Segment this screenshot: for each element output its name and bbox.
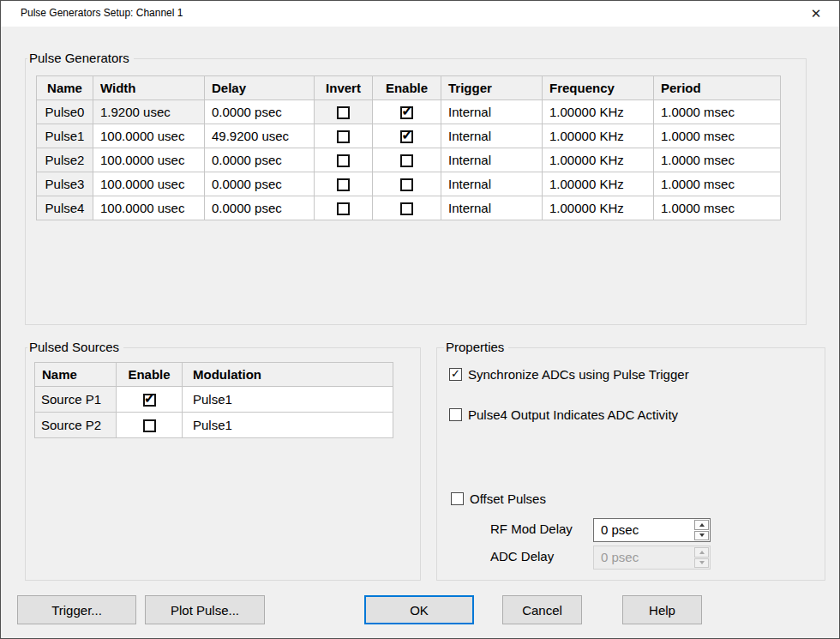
trigger-cell[interactable]: Internal <box>441 100 543 124</box>
pulsed-sources-table: Name Enable Modulation Source P1 Pulse1 … <box>34 362 393 438</box>
frequency-cell[interactable]: 1.00000 KHz <box>543 100 654 124</box>
spinner-buttons <box>693 546 710 569</box>
width-cell[interactable]: 100.0000 usec <box>93 148 205 172</box>
table-header-row: Name Enable Modulation <box>35 363 393 387</box>
name-cell: Pulse4 <box>37 196 93 220</box>
ok-button[interactable]: OK <box>364 595 474 624</box>
delay-cell[interactable]: 0.0000 psec <box>205 148 315 172</box>
pulse-generators-label: Pulse Generators <box>27 51 134 65</box>
frequency-cell[interactable]: 1.00000 KHz <box>543 148 654 172</box>
period-cell[interactable]: 1.0000 msec <box>654 124 781 148</box>
trigger-cell[interactable]: Internal <box>441 172 543 196</box>
properties-group: Properties Synchronize ADCs using Pulse … <box>436 347 825 581</box>
invert-cell <box>315 172 373 196</box>
delay-cell[interactable]: 0.0000 psec <box>205 196 315 220</box>
enable-cell <box>117 413 183 438</box>
spinner-up-button[interactable] <box>694 520 709 530</box>
invert-checkbox[interactable] <box>337 106 350 119</box>
offset-pulses-label: Offset Pulses <box>470 491 546 506</box>
offset-pulses-checkbox[interactable] <box>451 492 464 505</box>
invert-cell <box>315 148 373 172</box>
pulse4-output-checkbox[interactable] <box>449 408 462 421</box>
spinner-down-icon <box>699 561 705 564</box>
col-header-name: Name <box>35 363 117 387</box>
table-row-source-p1: Source P1 Pulse1 <box>35 387 393 413</box>
plot-pulse-button[interactable]: Plot Pulse... <box>145 595 265 624</box>
properties-label: Properties <box>444 340 508 354</box>
period-cell[interactable]: 1.0000 msec <box>654 100 781 124</box>
cancel-button[interactable]: Cancel <box>502 595 582 624</box>
rf-mod-delay-label: RF Mod Delay <box>490 521 573 536</box>
spinner-down-icon <box>699 534 705 537</box>
invert-checkbox[interactable] <box>337 130 350 143</box>
col-header-trigger: Trigger <box>441 76 543 100</box>
table-row-pulse4: Pulse4 100.0000 usec 0.0000 psec Interna… <box>37 196 781 220</box>
rf-mod-delay-spinner[interactable]: 0 psec <box>593 518 711 542</box>
pulsed-sources-label: Pulsed Sources <box>27 340 123 354</box>
spinner-down-button[interactable] <box>694 531 709 541</box>
table-row-pulse1: Pulse1 100.0000 usec 49.9200 usec Intern… <box>37 124 781 148</box>
invert-checkbox[interactable] <box>337 202 350 215</box>
period-cell[interactable]: 1.0000 msec <box>654 148 781 172</box>
delay-cell[interactable]: 0.0000 psec <box>205 172 315 196</box>
enable-checkbox[interactable] <box>400 202 413 215</box>
invert-checkbox[interactable] <box>337 154 350 167</box>
enable-checkbox[interactable] <box>400 106 413 119</box>
trigger-cell[interactable]: Internal <box>441 124 543 148</box>
spinner-up-icon <box>699 551 705 554</box>
trigger-button[interactable]: Trigger... <box>17 595 136 624</box>
col-header-modulation: Modulation <box>183 363 393 387</box>
spinner-up-button <box>694 547 709 558</box>
modulation-cell[interactable]: Pulse1 <box>183 387 393 413</box>
pulse-generators-setup-dialog: Pulse Generators Setup: Channel 1 ✕ Puls… <box>0 0 840 639</box>
invert-checkbox[interactable] <box>337 178 350 191</box>
col-header-enable: Enable <box>117 363 183 387</box>
trigger-cell[interactable]: Internal <box>441 148 543 172</box>
width-cell[interactable]: 1.9200 usec <box>93 100 205 124</box>
spinner-up-icon <box>699 523 705 527</box>
col-header-width: Width <box>93 76 205 100</box>
delay-cell[interactable]: 49.9200 usec <box>205 124 315 148</box>
period-cell[interactable]: 1.0000 msec <box>654 196 781 220</box>
enable-cell <box>117 387 183 413</box>
enable-checkbox[interactable] <box>143 419 156 432</box>
close-icon[interactable]: ✕ <box>798 1 834 27</box>
help-button[interactable]: Help <box>622 595 702 624</box>
pulse-generators-table: Name Width Delay Invert Enable Trigger F… <box>36 75 781 220</box>
trigger-cell[interactable]: Internal <box>441 196 543 220</box>
period-cell[interactable]: 1.0000 msec <box>654 172 781 196</box>
enable-checkbox[interactable] <box>400 130 413 143</box>
width-cell[interactable]: 100.0000 usec <box>93 196 205 220</box>
width-cell[interactable]: 100.0000 usec <box>93 172 205 196</box>
name-cell: Pulse3 <box>37 172 93 196</box>
delay-cell[interactable]: 0.0000 psec <box>205 100 315 124</box>
col-header-delay: Delay <box>205 76 315 100</box>
col-header-name: Name <box>37 76 93 100</box>
name-cell: Pulse1 <box>37 124 93 148</box>
pulse4-output-label: Pulse4 Output Indicates ADC Activity <box>468 407 678 422</box>
col-header-invert: Invert <box>315 76 373 100</box>
spinner-buttons <box>693 519 710 541</box>
name-cell: Source P1 <box>35 387 117 413</box>
titlebar: Pulse Generators Setup: Channel 1 ✕ <box>1 1 839 27</box>
sync-adcs-row: Synchronize ADCs using Pulse Trigger <box>449 367 689 382</box>
adc-delay-spinner: 0 psec <box>593 546 711 570</box>
enable-checkbox[interactable] <box>400 178 413 191</box>
enable-checkbox[interactable] <box>143 394 156 407</box>
enable-cell <box>373 196 441 220</box>
spinner-down-button <box>694 558 709 569</box>
adc-delay-value: 0 psec <box>594 546 693 569</box>
col-header-frequency: Frequency <box>543 76 654 100</box>
frequency-cell[interactable]: 1.00000 KHz <box>543 172 654 196</box>
modulation-cell[interactable]: Pulse1 <box>183 413 393 438</box>
frequency-cell[interactable]: 1.00000 KHz <box>543 124 654 148</box>
table-row-pulse2: Pulse2 100.0000 usec 0.0000 psec Interna… <box>37 148 781 172</box>
frequency-cell[interactable]: 1.00000 KHz <box>543 196 654 220</box>
width-cell[interactable]: 100.0000 usec <box>93 124 205 148</box>
sync-adcs-label: Synchronize ADCs using Pulse Trigger <box>468 367 689 382</box>
enable-checkbox[interactable] <box>400 154 413 167</box>
invert-cell <box>315 196 373 220</box>
rf-mod-delay-value[interactable]: 0 psec <box>594 519 693 541</box>
table-row-pulse0: Pulse0 1.9200 usec 0.0000 psec Internal … <box>37 100 781 124</box>
sync-adcs-checkbox[interactable] <box>449 368 462 381</box>
